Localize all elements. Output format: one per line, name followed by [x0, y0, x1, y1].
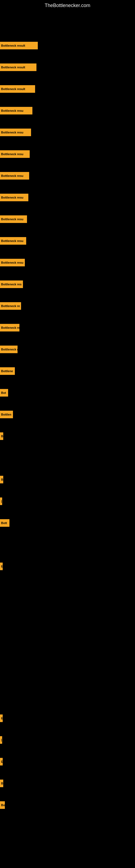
site-title: TheBottlenecker.com — [0, 0, 135, 10]
bar-row-26: B — [0, 778, 135, 789]
bottleneck-label-7: Bottleneck resu — [1, 196, 24, 199]
bottleneck-bar-8[interactable]: Bottleneck resu — [0, 215, 27, 223]
bar-row-21: Bott — [0, 518, 135, 528]
bottleneck-bar-24[interactable]: | — [0, 736, 2, 744]
bar-row-4: Bottleneck resu — [0, 127, 135, 138]
bottleneck-bar-11[interactable]: Bottleneck res — [0, 280, 23, 288]
bottleneck-label-18: B — [1, 435, 3, 438]
bottleneck-bar-22[interactable]: E — [0, 563, 3, 570]
bar-row-13: Bottleneck re — [0, 322, 135, 333]
bottleneck-bar-18[interactable]: B — [0, 432, 3, 440]
bottleneck-bar-19[interactable]: B — [0, 476, 3, 484]
bottleneck-bar-2[interactable]: Bottleneck result — [0, 85, 35, 93]
bar-row-11: Bottleneck res — [0, 279, 135, 290]
bar-row-10: Bottleneck resu — [0, 257, 135, 268]
bar-row-5: Bottleneck resu — [0, 149, 135, 159]
bottleneck-bar-26[interactable]: B — [0, 780, 3, 787]
bottleneck-label-2: Bottleneck result — [1, 87, 25, 91]
bottleneck-label-27: Bo — [1, 803, 5, 807]
bar-row-14: Bottleneck re — [0, 344, 135, 355]
bar-row-16: Bot — [0, 388, 135, 398]
bar-row-7: Bottleneck resu — [0, 192, 135, 203]
bottleneck-bar-7[interactable]: Bottleneck resu — [0, 194, 28, 201]
bottleneck-label-16: Bot — [1, 391, 6, 394]
bar-row-23: E — [0, 713, 135, 724]
bar-row-27: Bo — [0, 800, 135, 810]
bottleneck-bar-9[interactable]: Bottleneck resu — [0, 237, 26, 245]
bar-row-6: Bottleneck resu — [0, 170, 135, 181]
bottleneck-label-6: Bottleneck resu — [1, 174, 24, 177]
bar-row-2: Bottleneck result — [0, 84, 135, 94]
bottleneck-bar-17[interactable]: Bottlen — [0, 411, 13, 418]
bottleneck-bar-6[interactable]: Bottleneck resu — [0, 172, 29, 180]
bar-row-3: Bottleneck resu — [0, 105, 135, 116]
bottleneck-bar-12[interactable]: Bottleneck re — [0, 302, 21, 310]
bottleneck-label-24: | — [1, 738, 2, 742]
bar-row-24: | — [0, 735, 135, 745]
bottleneck-label-12: Bottleneck re — [1, 304, 20, 308]
bottleneck-bar-23[interactable]: E — [0, 714, 3, 722]
bottleneck-bar-25[interactable]: E — [0, 758, 3, 766]
bottleneck-label-17: Bottlen — [1, 413, 11, 416]
bottleneck-label-26: B — [1, 782, 3, 785]
bottleneck-label-13: Bottleneck re — [1, 326, 19, 329]
bottleneck-label-0: Bottleneck result — [1, 44, 25, 47]
bottleneck-label-23: E — [1, 717, 3, 720]
bottleneck-bar-5[interactable]: Bottleneck resu — [0, 150, 30, 158]
bottleneck-bar-10[interactable]: Bottleneck resu — [0, 259, 25, 267]
bottleneck-label-21: Bott — [1, 521, 7, 525]
bottleneck-bar-1[interactable]: Bottleneck result — [0, 63, 37, 71]
bar-row-8: Bottleneck resu — [0, 214, 135, 225]
bottleneck-bar-20[interactable]: | — [0, 497, 2, 505]
bottleneck-label-3: Bottleneck resu — [1, 109, 24, 112]
bottleneck-label-25: E — [1, 760, 3, 763]
bottleneck-label-4: Bottleneck resu — [1, 131, 24, 134]
bar-row-22: E — [0, 561, 135, 572]
bottleneck-label-9: Bottleneck resu — [1, 239, 24, 243]
bottleneck-label-20: | — [1, 500, 2, 503]
bottleneck-label-15: Bottlene — [1, 369, 13, 373]
bottleneck-bar-27[interactable]: Bo — [0, 801, 5, 809]
bottleneck-bar-13[interactable]: Bottleneck re — [0, 324, 19, 332]
bottleneck-label-8: Bottleneck resu — [1, 218, 24, 221]
bar-row-18: B — [0, 431, 135, 442]
bar-row-12: Bottleneck re — [0, 301, 135, 311]
bar-row-20: | — [0, 496, 135, 507]
bottleneck-bar-21[interactable]: Bott — [0, 519, 9, 527]
bottleneck-label-19: B — [1, 478, 3, 481]
bar-row-15: Bottlene — [0, 366, 135, 376]
bottleneck-label-14: Bottleneck re — [1, 348, 17, 351]
bottleneck-label-10: Bottleneck resu — [1, 261, 24, 264]
bottleneck-bar-4[interactable]: Bottleneck resu — [0, 129, 31, 136]
bar-row-0: Bottleneck result — [0, 40, 135, 51]
bar-row-17: Bottlen — [0, 409, 135, 420]
bottleneck-bar-15[interactable]: Bottlene — [0, 367, 15, 375]
bar-row-1: Bottleneck result — [0, 62, 135, 73]
bottleneck-bar-3[interactable]: Bottleneck resu — [0, 107, 32, 115]
bottleneck-label-11: Bottleneck res — [1, 283, 21, 286]
bar-row-9: Bottleneck resu — [0, 236, 135, 246]
bottleneck-bar-16[interactable]: Bot — [0, 389, 8, 397]
bar-row-25: E — [0, 756, 135, 767]
bar-row-19: B — [0, 474, 135, 485]
bottleneck-bar-14[interactable]: Bottleneck re — [0, 346, 17, 353]
bottleneck-label-1: Bottleneck result — [1, 66, 25, 69]
bottleneck-bar-0[interactable]: Bottleneck result — [0, 42, 38, 50]
bottleneck-label-22: E — [1, 565, 3, 568]
bottleneck-label-5: Bottleneck resu — [1, 152, 24, 156]
